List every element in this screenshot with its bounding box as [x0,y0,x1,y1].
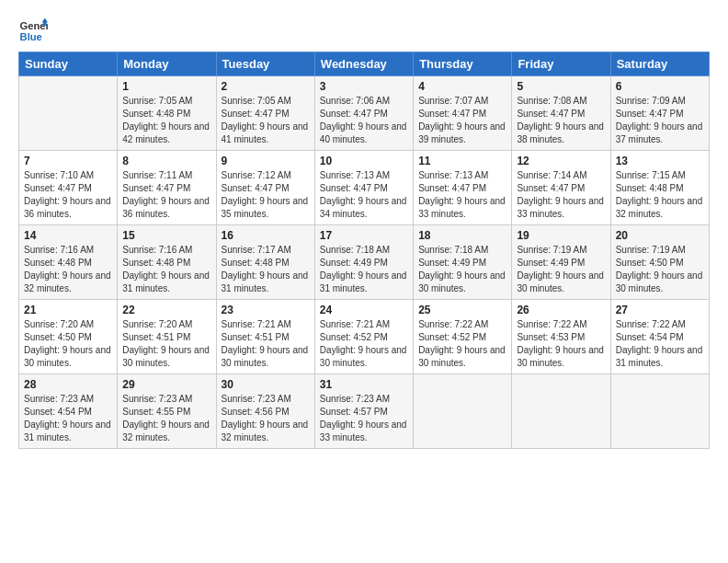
day-number: 7 [24,155,112,167]
calendar-cell: 19Sunrise: 7:19 AMSunset: 4:49 PMDayligh… [512,225,610,300]
cell-info: Sunrise: 7:19 AMSunset: 4:50 PMDaylight:… [616,244,704,295]
day-number: 14 [24,229,112,242]
calendar-cell: 14Sunrise: 7:16 AMSunset: 4:48 PMDayligh… [19,225,118,300]
calendar-cell: 16Sunrise: 7:17 AMSunset: 4:48 PMDayligh… [216,225,314,300]
day-number: 25 [418,304,506,316]
header-day-thursday: Thursday [414,52,512,76]
day-number: 26 [517,304,605,316]
calendar-cell: 15Sunrise: 7:16 AMSunset: 4:48 PMDayligh… [118,225,216,300]
calendar-cell [512,374,610,449]
calendar-cell [19,76,118,151]
cell-info: Sunrise: 7:23 AMSunset: 4:57 PMDaylight:… [320,393,408,444]
cell-info: Sunrise: 7:14 AMSunset: 4:47 PMDaylight:… [517,169,605,221]
day-number: 2 [222,80,310,93]
calendar-cell: 26Sunrise: 7:22 AMSunset: 4:53 PMDayligh… [512,300,610,374]
cell-info: Sunrise: 7:18 AMSunset: 4:49 PMDaylight:… [320,244,408,295]
day-number: 31 [320,378,408,391]
cell-info: Sunrise: 7:19 AMSunset: 4:49 PMDaylight:… [517,244,605,295]
week-row-2: 14Sunrise: 7:16 AMSunset: 4:48 PMDayligh… [19,225,710,300]
cell-info: Sunrise: 7:17 AMSunset: 4:48 PMDaylight:… [222,244,310,295]
calendar-cell: 31Sunrise: 7:23 AMSunset: 4:57 PMDayligh… [314,374,413,449]
cell-info: Sunrise: 7:06 AMSunset: 4:47 PMDaylight:… [320,95,408,146]
cell-info: Sunrise: 7:23 AMSunset: 4:55 PMDaylight:… [122,393,210,444]
calendar-cell [610,374,709,449]
cell-info: Sunrise: 7:13 AMSunset: 4:47 PMDaylight:… [418,169,506,221]
week-row-3: 21Sunrise: 7:20 AMSunset: 4:50 PMDayligh… [19,300,710,374]
cell-info: Sunrise: 7:22 AMSunset: 4:54 PMDaylight:… [616,318,704,370]
header-day-monday: Monday [118,52,216,76]
day-number: 4 [418,80,506,93]
calendar-cell: 6Sunrise: 7:09 AMSunset: 4:47 PMDaylight… [610,76,709,151]
header-day-tuesday: Tuesday [216,52,314,76]
cell-info: Sunrise: 7:20 AMSunset: 4:51 PMDaylight:… [122,318,210,370]
svg-text:Blue: Blue [20,31,42,42]
day-number: 3 [320,80,408,93]
day-number: 21 [24,304,112,316]
day-number: 8 [122,155,210,167]
calendar-cell: 28Sunrise: 7:23 AMSunset: 4:54 PMDayligh… [19,374,118,449]
header-day-saturday: Saturday [610,52,709,76]
calendar-cell: 18Sunrise: 7:18 AMSunset: 4:49 PMDayligh… [414,225,512,300]
calendar-cell [414,374,512,449]
cell-info: Sunrise: 7:10 AMSunset: 4:47 PMDaylight:… [24,169,112,221]
page-container: General Blue SundayMondayTuesdayWednesda… [0,0,728,458]
day-number: 12 [517,155,605,167]
cell-info: Sunrise: 7:05 AMSunset: 4:47 PMDaylight:… [222,95,310,146]
day-number: 16 [222,229,310,242]
calendar-cell: 8Sunrise: 7:11 AMSunset: 4:47 PMDaylight… [118,151,216,225]
cell-info: Sunrise: 7:22 AMSunset: 4:53 PMDaylight:… [517,318,605,370]
day-number: 10 [320,155,408,167]
calendar-cell: 20Sunrise: 7:19 AMSunset: 4:50 PMDayligh… [610,225,709,300]
day-number: 15 [122,229,210,242]
cell-info: Sunrise: 7:09 AMSunset: 4:47 PMDaylight:… [616,95,704,146]
calendar-cell: 7Sunrise: 7:10 AMSunset: 4:47 PMDaylight… [19,151,118,225]
day-number: 11 [418,155,506,167]
cell-info: Sunrise: 7:05 AMSunset: 4:48 PMDaylight:… [122,95,210,146]
week-row-0: 1Sunrise: 7:05 AMSunset: 4:48 PMDaylight… [19,76,710,151]
header-day-sunday: Sunday [19,52,118,76]
day-number: 17 [320,229,408,242]
calendar-cell: 21Sunrise: 7:20 AMSunset: 4:50 PMDayligh… [19,300,118,374]
cell-info: Sunrise: 7:20 AMSunset: 4:50 PMDaylight:… [24,318,112,370]
week-row-4: 28Sunrise: 7:23 AMSunset: 4:54 PMDayligh… [19,374,710,449]
calendar-cell: 23Sunrise: 7:21 AMSunset: 4:51 PMDayligh… [216,300,314,374]
day-number: 1 [122,80,210,93]
cell-info: Sunrise: 7:16 AMSunset: 4:48 PMDaylight:… [122,244,210,295]
calendar-cell: 24Sunrise: 7:21 AMSunset: 4:52 PMDayligh… [314,300,413,374]
cell-info: Sunrise: 7:16 AMSunset: 4:48 PMDaylight:… [24,244,112,295]
calendar-cell: 4Sunrise: 7:07 AMSunset: 4:47 PMDaylight… [414,76,512,151]
cell-info: Sunrise: 7:13 AMSunset: 4:47 PMDaylight:… [320,169,408,221]
calendar-cell: 12Sunrise: 7:14 AMSunset: 4:47 PMDayligh… [512,151,610,225]
calendar-cell: 10Sunrise: 7:13 AMSunset: 4:47 PMDayligh… [314,151,413,225]
cell-info: Sunrise: 7:23 AMSunset: 4:54 PMDaylight:… [24,393,112,444]
cell-info: Sunrise: 7:23 AMSunset: 4:56 PMDaylight:… [222,393,310,444]
calendar-cell: 13Sunrise: 7:15 AMSunset: 4:48 PMDayligh… [610,151,709,225]
calendar-cell: 5Sunrise: 7:08 AMSunset: 4:47 PMDaylight… [512,76,610,151]
day-number: 9 [222,155,310,167]
week-row-1: 7Sunrise: 7:10 AMSunset: 4:47 PMDaylight… [19,151,710,225]
calendar-cell: 9Sunrise: 7:12 AMSunset: 4:47 PMDaylight… [216,151,314,225]
day-number: 27 [616,304,704,316]
cell-info: Sunrise: 7:15 AMSunset: 4:48 PMDaylight:… [616,169,704,221]
calendar-cell: 25Sunrise: 7:22 AMSunset: 4:52 PMDayligh… [414,300,512,374]
day-number: 24 [320,304,408,316]
day-number: 20 [616,229,704,242]
header-row-days: SundayMondayTuesdayWednesdayThursdayFrid… [19,52,710,76]
logo-icon: General Blue [18,17,48,46]
calendar-cell: 27Sunrise: 7:22 AMSunset: 4:54 PMDayligh… [610,300,709,374]
calendar-table: SundayMondayTuesdayWednesdayThursdayFrid… [18,52,710,449]
day-number: 5 [517,80,605,93]
calendar-cell: 11Sunrise: 7:13 AMSunset: 4:47 PMDayligh… [414,151,512,225]
day-number: 6 [616,80,704,93]
header-day-friday: Friday [512,52,610,76]
calendar-body: 1Sunrise: 7:05 AMSunset: 4:48 PMDaylight… [19,76,710,449]
cell-info: Sunrise: 7:12 AMSunset: 4:47 PMDaylight:… [222,169,310,221]
cell-info: Sunrise: 7:07 AMSunset: 4:47 PMDaylight:… [418,95,506,146]
cell-info: Sunrise: 7:21 AMSunset: 4:51 PMDaylight:… [222,318,310,370]
cell-info: Sunrise: 7:11 AMSunset: 4:47 PMDaylight:… [122,169,210,221]
calendar-cell: 30Sunrise: 7:23 AMSunset: 4:56 PMDayligh… [216,374,314,449]
day-number: 28 [24,378,112,391]
day-number: 29 [122,378,210,391]
calendar-header: SundayMondayTuesdayWednesdayThursdayFrid… [19,52,710,76]
cell-info: Sunrise: 7:18 AMSunset: 4:49 PMDaylight:… [418,244,506,295]
